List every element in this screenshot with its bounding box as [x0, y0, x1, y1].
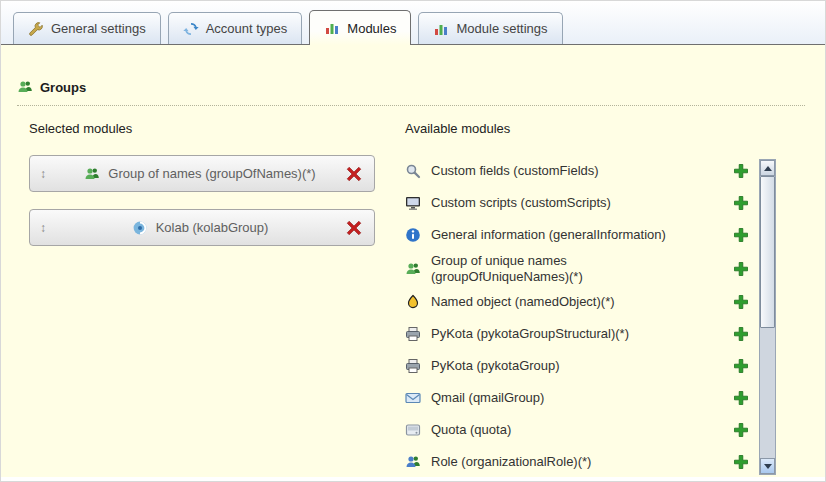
- available-modules-list: Custom fields (customFields) Custom scri…: [405, 155, 757, 478]
- available-module-row: PyKota (pykotaGroupStructural)(*): [405, 318, 757, 350]
- section-divider: [17, 105, 805, 106]
- section-title: Groups: [40, 80, 86, 95]
- tab-modules[interactable]: Modules: [309, 10, 411, 45]
- add-module-button[interactable]: [733, 194, 751, 212]
- module-label: Qmail (qmailGroup): [431, 390, 733, 406]
- custom-fields-icon: [405, 163, 421, 179]
- scrollbar-up-button[interactable]: [760, 160, 775, 176]
- group-icon: [17, 79, 33, 95]
- add-module-button[interactable]: [733, 357, 751, 375]
- tab-module-settings[interactable]: Module settings: [418, 12, 562, 44]
- selected-module-row[interactable]: ↕ Kolab (kolabGroup): [29, 209, 375, 246]
- available-module-row: Role (organizationalRole)(*): [405, 446, 757, 478]
- module-label: Kolab (kolabGroup): [156, 220, 269, 235]
- add-module-button[interactable]: [733, 453, 751, 471]
- module-label: Named object (namedObject)(*): [431, 294, 733, 310]
- add-module-button[interactable]: [733, 325, 751, 343]
- available-module-row: Qmail (qmailGroup): [405, 382, 757, 414]
- tab-label: Account types: [206, 21, 288, 36]
- arrow-up-icon: [764, 166, 772, 171]
- available-module-row: Quota (quota): [405, 414, 757, 446]
- custom-scripts-icon: [405, 195, 421, 211]
- module-label: Custom fields (customFields): [431, 163, 733, 179]
- printer-icon: [405, 358, 421, 374]
- selected-modules-list: ↕ Group of names (groupOfNames)(*) ↕: [29, 155, 375, 246]
- tab-label: Modules: [347, 21, 396, 36]
- selected-modules-heading: Selected modules: [29, 121, 132, 136]
- scrollbar-down-button[interactable]: [760, 458, 775, 474]
- module-label: PyKota (pykotaGroup): [431, 358, 733, 374]
- arrow-down-icon: [764, 464, 772, 469]
- tab-account-types[interactable]: Account types: [168, 12, 303, 44]
- available-module-row: PyKota (pykotaGroup): [405, 350, 757, 382]
- tabs: General settings Account types Modules M…: [13, 10, 563, 44]
- drag-handle-icon[interactable]: ↕: [40, 167, 54, 181]
- groups-section-header: Groups: [17, 79, 86, 95]
- module-label: Custom scripts (customScripts): [431, 195, 733, 211]
- tab-general-settings[interactable]: General settings: [13, 12, 161, 44]
- group-icon: [405, 261, 421, 277]
- remove-module-button[interactable]: [346, 219, 364, 237]
- role-icon: [405, 454, 421, 470]
- wrench-icon: [28, 21, 44, 37]
- selected-module-row[interactable]: ↕ Group of names (groupOfNames)(*): [29, 155, 375, 192]
- module-label: Group of names (groupOfNames)(*): [108, 166, 315, 181]
- available-modules-heading: Available modules: [405, 121, 510, 136]
- tab-label: General settings: [51, 21, 146, 36]
- module-label: PyKota (pykotaGroupStructural)(*): [431, 326, 733, 342]
- available-module-row: Group of unique names (groupOfUniqueName…: [405, 251, 757, 286]
- add-module-button[interactable]: [733, 162, 751, 180]
- module-label: Group of unique names (groupOfUniqueName…: [431, 253, 733, 284]
- lam-configuration-window: General settings Account types Modules M…: [0, 0, 826, 482]
- drag-handle-icon[interactable]: ↕: [40, 221, 54, 235]
- selected-module-content: Group of names (groupOfNames)(*): [54, 166, 346, 182]
- add-module-button[interactable]: [733, 421, 751, 439]
- remove-module-button[interactable]: [346, 165, 364, 183]
- named-object-icon: [405, 294, 421, 310]
- available-module-row: General information (generalInformation): [405, 219, 757, 251]
- info-icon: [405, 227, 421, 243]
- available-modules-scrollbar[interactable]: [759, 159, 776, 475]
- kolab-icon: [132, 220, 148, 236]
- tab-strip: General settings Account types Modules M…: [1, 1, 825, 45]
- printer-icon: [405, 326, 421, 342]
- add-module-button[interactable]: [733, 293, 751, 311]
- add-module-button[interactable]: [733, 226, 751, 244]
- module-label: General information (generalInformation): [431, 227, 733, 243]
- group-icon: [84, 166, 100, 182]
- tab-label: Module settings: [456, 21, 547, 36]
- scrollbar-thumb[interactable]: [760, 176, 775, 328]
- module-settings-icon: [433, 21, 449, 37]
- add-module-button[interactable]: [733, 389, 751, 407]
- available-module-row: Named object (namedObject)(*): [405, 286, 757, 318]
- selected-module-content: Kolab (kolabGroup): [54, 220, 346, 236]
- available-module-row: Custom scripts (customScripts): [405, 187, 757, 219]
- modules-icon: [324, 20, 340, 36]
- module-label: Quota (quota): [431, 422, 733, 438]
- modules-panel: Groups Selected modules Available module…: [1, 45, 825, 477]
- add-module-button[interactable]: [733, 260, 751, 278]
- available-module-row: Custom fields (customFields): [405, 155, 757, 187]
- account-types-icon: [183, 21, 199, 37]
- module-label: Role (organizationalRole)(*): [431, 454, 733, 470]
- quota-icon: [405, 422, 421, 438]
- mail-icon: [405, 390, 421, 406]
